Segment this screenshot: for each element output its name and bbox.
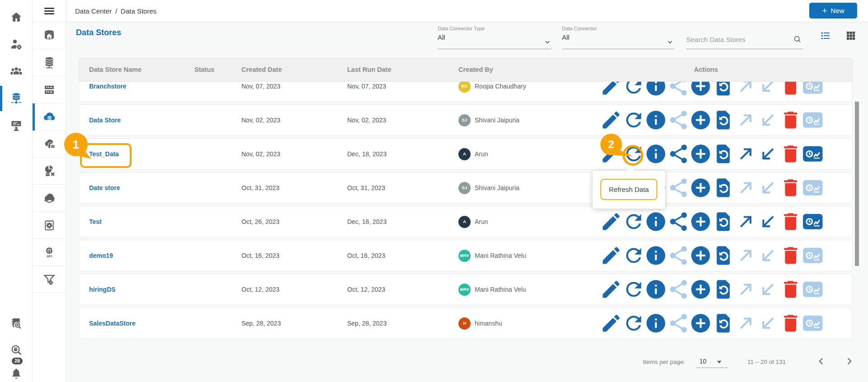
items-per-page-caret-icon[interactable]	[717, 361, 722, 363]
action-arrow-up-right[interactable]	[735, 250, 757, 261]
action-arrow-up-right[interactable]	[735, 182, 757, 193]
subnav-item-cloud-data-store[interactable]	[33, 103, 66, 130]
action-refresh[interactable]	[623, 318, 645, 329]
action-add[interactable]	[689, 318, 712, 329]
subnav-item-funnel-gear[interactable]	[33, 266, 66, 293]
sidebar-item-data-center[interactable]	[0, 87, 33, 110]
breadcrumb-parent[interactable]: Data Center	[75, 7, 112, 15]
sidebar-item-data-catalog-search[interactable]	[0, 312, 33, 335]
search-input[interactable]: Search Data Stores	[686, 33, 803, 49]
action-info[interactable]	[645, 284, 667, 295]
action-share[interactable]	[667, 216, 690, 227]
action-share[interactable]	[667, 115, 690, 126]
action-delete[interactable]	[779, 284, 802, 295]
action-share[interactable]	[667, 250, 690, 261]
action-delete[interactable]	[779, 81, 802, 92]
action-info[interactable]	[645, 81, 667, 92]
data-store-link[interactable]: SalesDataStore	[89, 320, 136, 327]
action-edit[interactable]	[600, 250, 623, 261]
action-info[interactable]	[645, 250, 667, 261]
action-restore[interactable]	[712, 216, 735, 227]
data-store-link[interactable]: demo19	[89, 252, 113, 259]
action-add[interactable]	[689, 216, 712, 227]
action-arrow-down-left[interactable]	[757, 149, 779, 159]
data-store-link[interactable]: Test_Data	[89, 150, 119, 158]
action-delete[interactable]	[779, 115, 802, 126]
subnav-item-data-home[interactable]	[33, 22, 66, 49]
action-arrow-up-right[interactable]	[735, 149, 757, 159]
next-page-icon[interactable]	[844, 356, 854, 366]
action-arrow-up-right[interactable]	[735, 284, 757, 295]
action-add[interactable]	[689, 250, 712, 261]
subnav-item-data-transform[interactable]	[33, 158, 66, 185]
list-view-icon[interactable]	[820, 30, 831, 41]
action-arrow-down-left[interactable]	[757, 250, 779, 261]
action-delete[interactable]	[779, 216, 802, 227]
action-add[interactable]	[689, 182, 712, 193]
action-share[interactable]	[667, 182, 690, 193]
action-restore[interactable]	[712, 149, 735, 159]
action-refresh[interactable]	[623, 250, 645, 261]
sidebar-item-home[interactable]	[0, 5, 33, 29]
items-per-page-value[interactable]: 10	[699, 358, 707, 365]
action-run-history[interactable]	[802, 318, 824, 329]
action-run-history[interactable]	[802, 250, 824, 261]
previous-page-icon[interactable]	[816, 356, 826, 366]
action-restore[interactable]	[712, 182, 735, 193]
action-share[interactable]	[667, 149, 690, 159]
data-store-link[interactable]: Branchstore	[89, 83, 126, 90]
action-share[interactable]	[667, 81, 690, 92]
action-delete[interactable]	[779, 149, 802, 159]
data-store-link[interactable]: Test	[89, 218, 102, 225]
sidebar-item-user-groups[interactable]	[0, 60, 33, 83]
action-refresh[interactable]	[623, 149, 645, 159]
action-refresh[interactable]	[623, 81, 645, 92]
action-arrow-down-left[interactable]	[757, 182, 779, 193]
action-run-history[interactable]	[802, 182, 824, 193]
subnav-item-document-gear[interactable]	[33, 212, 66, 239]
action-info[interactable]	[645, 149, 667, 159]
action-add[interactable]	[689, 149, 712, 159]
subnav-item-server-rack[interactable]	[33, 76, 66, 103]
sidebar-item-dashboard-person[interactable]	[0, 114, 33, 137]
action-restore[interactable]	[712, 250, 735, 261]
action-refresh[interactable]	[623, 115, 645, 126]
action-delete[interactable]	[779, 182, 802, 193]
action-edit[interactable]	[600, 318, 623, 329]
action-restore[interactable]	[712, 115, 735, 126]
new-button[interactable]: + New	[809, 3, 857, 19]
action-arrow-down-left[interactable]	[757, 284, 779, 295]
action-edit[interactable]	[600, 216, 623, 227]
action-refresh[interactable]	[623, 216, 645, 227]
sidebar-item-notifications-bell[interactable]: 28	[0, 362, 33, 382]
action-arrow-up-right[interactable]	[735, 115, 757, 126]
action-add[interactable]	[689, 284, 712, 295]
subnav-item-cloud-layers[interactable]	[33, 185, 66, 212]
grid-view-icon[interactable]	[845, 30, 856, 41]
action-arrow-up-right[interactable]	[735, 216, 757, 227]
action-arrow-down-left[interactable]	[757, 115, 779, 126]
action-run-history[interactable]	[802, 115, 824, 126]
data-store-link[interactable]: Date store	[89, 184, 120, 191]
action-info[interactable]	[645, 318, 667, 329]
action-refresh[interactable]	[623, 284, 645, 295]
action-delete[interactable]	[779, 318, 802, 329]
action-add[interactable]	[689, 115, 712, 126]
vertical-scrollbar[interactable]	[855, 102, 859, 266]
search-icon[interactable]	[793, 35, 802, 44]
action-add[interactable]	[689, 81, 712, 92]
subnav-item-api-gear[interactable]: API	[33, 239, 66, 266]
action-edit[interactable]	[600, 115, 623, 126]
action-restore[interactable]	[712, 284, 735, 295]
menu-hamburger-icon[interactable]	[44, 6, 54, 15]
action-restore[interactable]	[712, 81, 735, 92]
data-store-link[interactable]: Data Store	[89, 116, 121, 124]
action-arrow-down-left[interactable]	[757, 318, 779, 329]
action-run-history[interactable]	[802, 216, 824, 227]
connector-filter[interactable]: Data Connector All	[562, 26, 674, 49]
sidebar-item-user-settings[interactable]	[0, 33, 33, 56]
action-run-history[interactable]	[802, 284, 824, 295]
action-edit[interactable]	[600, 81, 623, 92]
action-run-history[interactable]	[802, 149, 824, 159]
action-info[interactable]	[645, 115, 667, 126]
